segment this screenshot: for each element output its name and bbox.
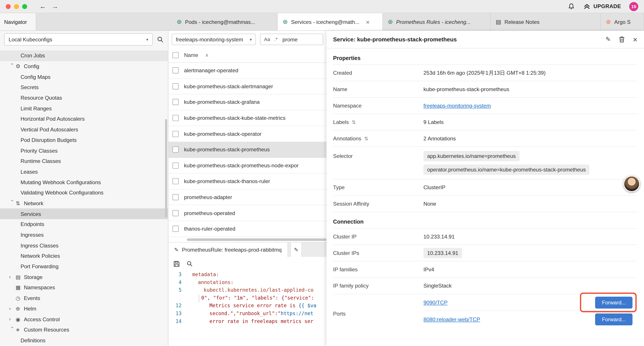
expand-toggle-icon[interactable]: ⇅ [352, 119, 356, 125]
sidebar-item-runtime-classes[interactable]: Runtime Classes [0, 156, 168, 166]
table-row[interactable]: alertmanager-operated [168, 63, 326, 79]
sidebar-item-vertical-pod-autoscalers[interactable]: Vertical Pod Autoscalers [0, 124, 168, 135]
table-row[interactable]: kube-prometheus-stack-thanos-ruler [168, 174, 326, 189]
sidebar-item-services[interactable]: Services [0, 209, 168, 219]
sidebar-item-limit-ranges[interactable]: Limit Ranges [0, 103, 168, 114]
dock-tab-partial[interactable]: ✎ [290, 242, 302, 257]
row-checkbox[interactable] [172, 210, 179, 216]
row-checkbox[interactable] [172, 194, 179, 200]
editor-search-icon[interactable] [186, 260, 193, 267]
sidebar-group-access-control[interactable]: › ◉ Access Control [0, 314, 168, 325]
sidebar-item-horizontal-pod-autoscalers[interactable]: Horizontal Pod Autoscalers [0, 114, 168, 124]
sidebar-item-config-maps[interactable]: Config Maps [0, 72, 168, 82]
row-checkbox[interactable] [172, 131, 179, 137]
row-checkbox[interactable] [172, 115, 179, 121]
sidebar-item-resource-quotas[interactable]: Resource Quotas [0, 93, 168, 103]
sort-ascending-icon[interactable]: ∧ [205, 52, 208, 58]
upgrade-button[interactable]: UPGRADE [583, 3, 621, 9]
search-input[interactable] [282, 36, 312, 43]
kubernetes-icon: ⊛ [282, 18, 288, 25]
port-link[interactable]: 9090/TCP [424, 299, 448, 306]
sidebar-scrollbar[interactable] [165, 119, 167, 217]
back-button[interactable]: ← [40, 3, 46, 10]
close-tab-icon[interactable]: × [366, 18, 369, 25]
list-search-box[interactable]: Aa .* [260, 34, 323, 45]
sidebar-item-ingress-classes[interactable]: Ingress Classes [0, 240, 168, 251]
table-row[interactable]: kube-prometheus-stack-prometheus-node-ex… [168, 158, 326, 174]
sidebar-item-network-policies[interactable]: Network Policies [0, 251, 168, 261]
row-checkbox[interactable] [172, 162, 179, 169]
close-window-button[interactable] [6, 4, 10, 9]
sidebar-item-endpoints[interactable]: Endpoints [0, 219, 168, 230]
property-value: 9 Labels [424, 119, 444, 125]
sidebar-item-validating-webhook-configurations[interactable]: Validating Webhook Configurations [0, 187, 168, 198]
notification-count-badge[interactable]: 15 [629, 2, 638, 11]
table-row[interactable]: prometheus-operated [168, 205, 326, 221]
sidebar-group-helm[interactable]: › ⊛ Helm [0, 304, 168, 314]
sidebar-item-definitions[interactable]: Definitions [0, 335, 168, 346]
sidebar-group-storage[interactable]: › ▤ Storage [0, 272, 168, 282]
table-row[interactable]: kube-prometheus-stack-grafana [168, 94, 326, 110]
assistant-avatar[interactable] [624, 176, 640, 192]
close-drawer-icon[interactable]: × [633, 35, 638, 43]
tab-services[interactable]: ⊛ Services - icecheng@math... × [278, 13, 383, 30]
property-label: Session Affinity [333, 201, 369, 207]
name-column-header[interactable]: Name [184, 52, 198, 58]
namespace-link[interactable]: freeleaps-monitoring-system [424, 102, 491, 109]
tab-argo[interactable]: ⊛ Argo S [601, 13, 644, 30]
sidebar-item-mutating-webhook-configurations[interactable]: Mutating Webhook Configurations [0, 177, 168, 187]
sidebar-group-custom-resources[interactable]: › ∗ Custom Resources [0, 325, 168, 335]
save-icon[interactable] [174, 260, 180, 267]
forward-button[interactable]: → [52, 3, 58, 10]
expand-toggle-icon[interactable]: ⇅ [364, 136, 368, 141]
sidebar-item-port-forwarding[interactable]: Port Forwarding [0, 261, 168, 272]
port-line: 8080:reloader-web/TCP Forward... [424, 311, 638, 328]
table-row[interactable]: kube-prometheus-stack-alertmanager [168, 79, 326, 94]
scrollbar-thumb[interactable] [187, 238, 326, 241]
edit-pencil-icon[interactable]: ✎ [606, 36, 611, 43]
table-row[interactable]: kube-prometheus-stack-kube-state-metrics [168, 110, 326, 126]
sidebar-item-pod-disruption-budgets[interactable]: Pod Disruption Budgets [0, 135, 168, 145]
delete-trash-icon[interactable] [619, 36, 625, 43]
row-checkbox[interactable] [172, 178, 179, 184]
horizontal-scrollbar[interactable] [168, 237, 326, 242]
kubeconfig-selector[interactable]: Local Kubeconfigs ▾ [4, 33, 153, 45]
minimize-window-button[interactable] [14, 4, 19, 9]
tab-pods[interactable]: ⊛ Pods - icecheng@mathmas... [172, 13, 278, 30]
row-checkbox[interactable] [172, 83, 179, 89]
table-row[interactable]: kube-prometheus-stack-operator [168, 126, 326, 142]
row-checkbox[interactable] [172, 99, 179, 105]
dock-tab-prometheusrule[interactable]: ✎ PrometheusRule: freeleaps-prod-rabbitm… [168, 242, 288, 257]
select-all-checkbox[interactable] [172, 52, 179, 58]
sidebar-item-secrets[interactable]: Secrets [0, 82, 168, 93]
zoom-window-button[interactable] [22, 4, 27, 9]
table-row-selected[interactable]: kube-prometheus-stack-prometheus [168, 142, 326, 158]
sidebar-item-cron-jobs[interactable]: Cron Jobs [0, 50, 168, 61]
kubernetes-icon: ⊛ [177, 18, 182, 25]
row-checkbox[interactable] [172, 226, 179, 232]
tab-prometheus-rules[interactable]: ⊛ Prometheus Rules - icecheng... [383, 13, 491, 30]
table-row[interactable]: thanos-ruler-operated [168, 221, 326, 237]
tab-release-notes[interactable]: ▤ Release Notes [491, 13, 601, 30]
row-checkbox[interactable] [172, 67, 179, 74]
regex-toggle[interactable]: .* [274, 36, 278, 42]
table-row[interactable]: prometheus-adapter [168, 189, 326, 205]
sidebar-group-config[interactable]: › ⚙ Config [0, 61, 168, 72]
sidebar-item-namespaces[interactable]: ▦ Namespaces [0, 282, 168, 293]
property-row-cluster-ip: Cluster IP 10.233.14.91 [333, 229, 638, 245]
port-link[interactable]: 8080:reloader-web/TCP [424, 317, 480, 323]
search-icon[interactable] [157, 36, 164, 43]
sidebar-item-ingresses[interactable]: Ingresses [0, 230, 168, 240]
match-case-toggle[interactable]: Aa [264, 36, 270, 42]
row-checkbox[interactable] [172, 146, 179, 153]
sidebar-item-events[interactable]: ◷ Events [0, 293, 168, 303]
sidebar-item-priority-classes[interactable]: Priority Classes [0, 145, 168, 156]
sidebar-group-network[interactable]: › ⇅ Network [0, 198, 168, 209]
service-name: prometheus-operated [184, 210, 235, 216]
namespace-filter-dropdown[interactable]: freeleaps-monitoring-system ▾ [172, 34, 256, 45]
notifications-bell-icon[interactable] [568, 3, 575, 10]
sidebar-item-leases[interactable]: Leases [0, 166, 168, 177]
yaml-editor[interactable]: 3metadata: 4annotations: 5kubectl.kubern… [168, 271, 326, 346]
forward-button[interactable]: Forward... [595, 314, 632, 326]
forward-button[interactable]: Forward... [595, 297, 632, 308]
